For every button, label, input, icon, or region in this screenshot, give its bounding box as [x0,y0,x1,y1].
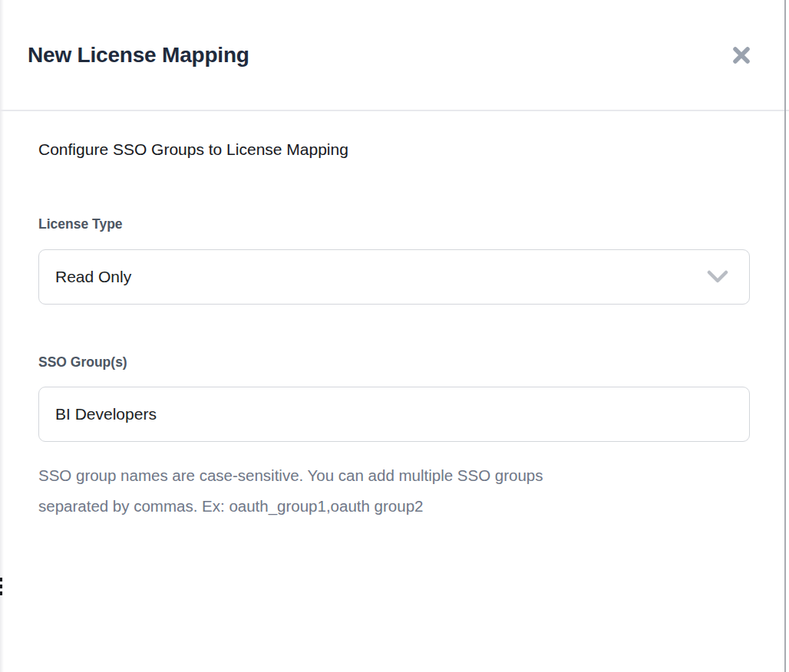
modal-header: New License Mapping [0,0,789,111]
license-type-selected-value: Read Only [55,268,131,286]
new-license-mapping-modal: New License Mapping Configure SSO Groups… [0,0,789,672]
license-type-select[interactable]: Read Only [38,249,750,305]
sso-groups-help-line-1: SSO group names are case-sensitive. You … [38,460,750,491]
sso-groups-label: SSO Group(s) [38,354,750,371]
sso-groups-input[interactable] [38,387,750,442]
close-button[interactable] [725,38,758,72]
page-edge-artifact [0,578,3,598]
sso-groups-help-line-2: separated by commas. Ex: oauth_group1,oa… [38,491,750,522]
modal-title: New License Mapping [28,43,249,68]
chevron-down-icon [707,270,728,284]
close-icon [730,44,753,67]
modal-body: Configure SSO Groups to License Mapping … [0,111,789,522]
modal-right-edge [784,0,786,672]
sso-groups-help: SSO group names are case-sensitive. You … [38,460,750,522]
license-type-label: License Type [38,216,750,232]
modal-subtitle: Configure SSO Groups to License Mapping [38,139,750,160]
